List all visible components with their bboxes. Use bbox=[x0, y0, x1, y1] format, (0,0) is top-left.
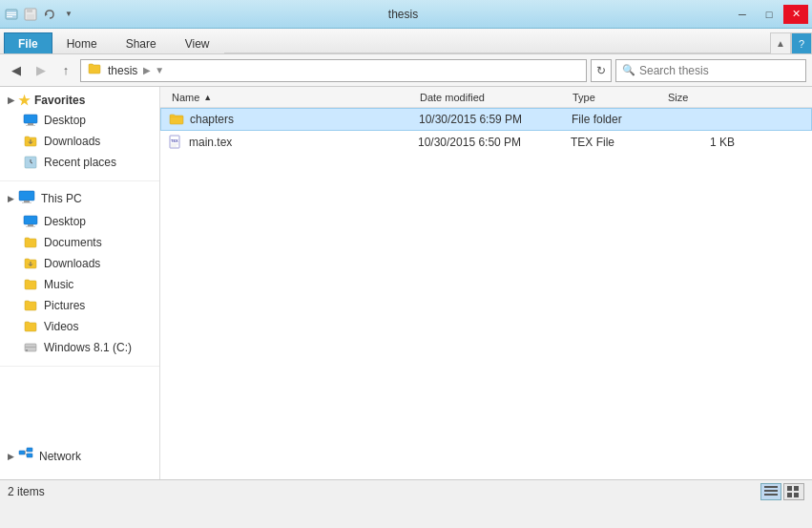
tab-file[interactable]: File bbox=[4, 32, 52, 53]
network-icon bbox=[18, 447, 33, 465]
sidebar-item-downloads-fav[interactable]: Downloads bbox=[0, 131, 159, 152]
tab-view[interactable]: View bbox=[171, 32, 224, 53]
svg-rect-33 bbox=[787, 486, 792, 491]
sidebar-divider-1 bbox=[0, 180, 159, 181]
svg-rect-31 bbox=[764, 490, 778, 492]
addressbar: ◀ ▶ ↑ thesis ▶ ▼ ↻ 🔍 bbox=[0, 54, 812, 87]
sidebar-item-pictures[interactable]: Pictures bbox=[0, 295, 159, 316]
sidebar-item-documents[interactable]: Documents bbox=[0, 232, 159, 253]
forward-button[interactable]: ▶ bbox=[31, 60, 52, 81]
favorites-header[interactable]: ▶ ★ Favorites bbox=[0, 91, 159, 110]
videos-icon bbox=[23, 319, 38, 334]
minimize-button[interactable]: ─ bbox=[730, 5, 755, 24]
col-header-date[interactable]: Date modified bbox=[416, 92, 569, 103]
svg-rect-16 bbox=[28, 224, 33, 226]
sidebar-item-recent-label: Recent places bbox=[44, 156, 116, 169]
file-name-main: main.tex bbox=[189, 136, 414, 149]
sidebar-divider-2 bbox=[0, 366, 159, 367]
sidebar-item-videos-label: Videos bbox=[44, 320, 78, 333]
network-header[interactable]: ▶ Network bbox=[0, 443, 159, 469]
col-header-size[interactable]: Size bbox=[664, 92, 740, 103]
svg-rect-8 bbox=[24, 115, 37, 123]
sidebar-item-downloads-fav-label: Downloads bbox=[44, 135, 100, 148]
svg-rect-14 bbox=[22, 202, 31, 203]
thispc-collapse-icon: ▶ bbox=[8, 194, 14, 203]
svg-rect-5 bbox=[27, 9, 32, 12]
large-icons-view-btn[interactable] bbox=[783, 483, 804, 500]
address-bar[interactable]: thesis ▶ ▼ bbox=[80, 59, 587, 82]
file-type-chapters: File folder bbox=[568, 113, 663, 126]
network-section: ▶ Network bbox=[0, 443, 159, 469]
network-collapse-icon: ▶ bbox=[8, 452, 14, 461]
address-dropdown-icon[interactable]: ▼ bbox=[155, 65, 164, 75]
file-area: Name ▲ Date modified Type Size chapters bbox=[160, 87, 812, 479]
tab-home[interactable]: Home bbox=[52, 32, 112, 53]
thispc-header[interactable]: ▶ This PC bbox=[0, 185, 159, 211]
sidebar: ▶ ★ Favorites Desktop Downloads bbox=[0, 87, 160, 479]
svg-rect-34 bbox=[794, 486, 799, 491]
drive-icon bbox=[23, 340, 38, 355]
file-date-chapters: 10/30/2015 6:59 PM bbox=[415, 113, 568, 126]
refresh-button[interactable]: ↻ bbox=[591, 59, 612, 82]
tab-share[interactable]: Share bbox=[112, 32, 171, 53]
svg-rect-6 bbox=[27, 14, 34, 19]
col-header-name[interactable]: Name ▲ bbox=[168, 92, 416, 103]
help-btn[interactable]: ? bbox=[791, 32, 812, 53]
breadcrumb-item[interactable]: thesis bbox=[108, 64, 137, 77]
sidebar-item-drive[interactable]: Windows 8.1 (C:) bbox=[0, 337, 159, 358]
svg-rect-23 bbox=[27, 454, 32, 457]
statusbar: 2 items bbox=[0, 479, 812, 502]
svg-line-24 bbox=[25, 450, 27, 453]
window-title: thesis bbox=[76, 8, 730, 21]
sidebar-item-downloads-pc[interactable]: Downloads bbox=[0, 253, 159, 274]
dropdown-icon[interactable]: ▼ bbox=[61, 7, 76, 22]
col-header-type[interactable]: Type bbox=[569, 92, 664, 103]
sidebar-item-videos[interactable]: Videos bbox=[0, 316, 159, 337]
svg-rect-35 bbox=[787, 493, 792, 497]
network-label: Network bbox=[39, 450, 81, 463]
table-row[interactable]: chapters 10/30/2015 6:59 PM File folder bbox=[160, 108, 812, 131]
sort-arrow-icon: ▲ bbox=[203, 93, 212, 102]
sidebar-item-pictures-label: Pictures bbox=[44, 299, 85, 312]
save-icon[interactable] bbox=[23, 7, 38, 22]
sidebar-item-desktop-fav[interactable]: Desktop bbox=[0, 110, 159, 131]
breadcrumb: thesis ▶ bbox=[87, 61, 151, 79]
desktop-pc-icon bbox=[23, 214, 38, 229]
details-view-btn[interactable] bbox=[760, 483, 781, 500]
sidebar-item-desktop-pc-label: Desktop bbox=[44, 215, 86, 228]
pictures-icon bbox=[23, 298, 38, 313]
search-box: 🔍 bbox=[615, 59, 806, 82]
sidebar-item-recent[interactable]: Recent places bbox=[0, 152, 159, 173]
item-count: 2 items bbox=[8, 485, 45, 498]
sidebar-item-drive-label: Windows 8.1 (C:) bbox=[44, 341, 132, 354]
svg-rect-13 bbox=[24, 201, 30, 202]
recent-icon bbox=[23, 155, 38, 170]
close-button[interactable]: ✕ bbox=[783, 5, 808, 24]
search-input[interactable] bbox=[639, 64, 800, 77]
quick-access-icon bbox=[4, 7, 19, 22]
file-name-chapters: chapters bbox=[190, 113, 415, 126]
sidebar-item-music[interactable]: Music bbox=[0, 274, 159, 295]
svg-rect-9 bbox=[28, 123, 33, 125]
sidebar-item-desktop-fav-label: Desktop bbox=[44, 114, 86, 127]
back-button[interactable]: ◀ bbox=[6, 60, 27, 81]
favorites-icon: ★ bbox=[18, 93, 31, 108]
svg-text:TEX: TEX bbox=[171, 138, 178, 143]
favorites-section: ▶ ★ Favorites Desktop Downloads bbox=[0, 91, 159, 173]
view-buttons bbox=[760, 483, 804, 500]
sidebar-item-desktop-pc[interactable]: Desktop bbox=[0, 211, 159, 232]
svg-rect-2 bbox=[7, 14, 16, 15]
svg-rect-20 bbox=[25, 347, 36, 348]
table-row[interactable]: TEX main.tex 10/30/2015 6:50 PM TEX File… bbox=[160, 131, 812, 154]
undo-icon[interactable] bbox=[42, 7, 57, 22]
thispc-section: ▶ This PC Desktop Documents bbox=[0, 185, 159, 358]
up-button[interactable]: ↑ bbox=[55, 60, 76, 81]
svg-rect-21 bbox=[19, 451, 25, 454]
file-size-main: 1 KB bbox=[662, 136, 739, 149]
maximize-button[interactable]: □ bbox=[757, 5, 781, 24]
sidebar-item-documents-label: Documents bbox=[44, 236, 102, 249]
favorites-label: Favorites bbox=[34, 94, 85, 107]
ribbon-collapse-btn[interactable]: ▲ bbox=[770, 32, 791, 53]
window-controls: ─ □ ✕ bbox=[730, 5, 808, 24]
svg-rect-1 bbox=[7, 12, 16, 13]
